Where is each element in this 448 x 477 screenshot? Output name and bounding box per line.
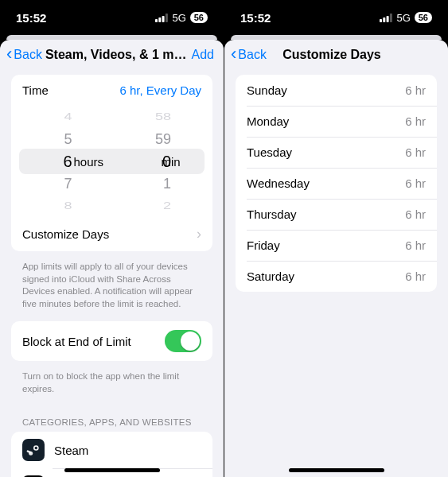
back-button[interactable]: ‹ Back — [231, 48, 267, 62]
block-group: Block at End of Limit — [11, 321, 212, 361]
page-title: Steam, Videos, & 1 more — [42, 48, 192, 62]
svg-rect-1 — [159, 17, 162, 22]
apps-section-header: Categories, Apps, and Websites — [11, 406, 212, 432]
battery-level: 56 — [415, 12, 432, 23]
page-title: Customize Days — [267, 48, 397, 62]
day-value: 6 hr — [405, 145, 426, 159]
toggle-knob — [181, 332, 200, 351]
day-value: 6 hr — [405, 238, 426, 252]
status-bar: 15:52 5G 56 — [0, 0, 224, 35]
hours-opt[interactable]: 7 — [11, 173, 112, 195]
signal-icon — [380, 14, 392, 22]
battery-level: 56 — [190, 12, 208, 23]
sheet: ‹ Back Steam, Videos, & 1 more Add Time … — [0, 40, 224, 477]
day-value: 6 hr — [405, 207, 426, 221]
sheet: ‹ Back Customize Days Sunday 6 hr Monday… — [224, 40, 448, 477]
status-bar: 15:52 5G 56 — [224, 0, 448, 35]
day-value: 6 hr — [405, 270, 426, 283]
svg-rect-3 — [166, 14, 168, 22]
chevron-right-icon: › — [197, 226, 201, 242]
back-button[interactable]: ‹ Back — [6, 48, 42, 62]
day-name: Friday — [247, 238, 280, 252]
customize-days-row[interactable]: Customize Days › — [11, 217, 212, 251]
phone-right: 15:52 5G 56 ‹ Back Customize Days Sunday… — [224, 0, 448, 477]
svg-rect-14 — [384, 17, 386, 22]
chevron-left-icon: ‹ — [231, 48, 236, 60]
svg-point-4 — [26, 443, 41, 457]
back-label: Back — [238, 48, 267, 62]
steam-icon — [22, 439, 45, 461]
limits-footer: App limits will apply to all of your dev… — [11, 258, 212, 321]
status-time: 15:52 — [16, 11, 46, 25]
day-name: Wednesday — [247, 176, 310, 190]
block-footer: Turn on to block the app when the limit … — [11, 367, 212, 406]
home-indicator[interactable] — [289, 468, 384, 472]
svg-point-6 — [35, 447, 37, 449]
days-group: Sunday 6 hr Monday 6 hr Tuesday 6 hr Wed… — [236, 75, 437, 292]
svg-rect-16 — [390, 14, 392, 22]
customize-days-label: Customize Days — [22, 227, 109, 241]
chevron-left-icon: ‹ — [6, 48, 12, 60]
time-label: Time — [22, 83, 49, 97]
status-right: 5G 56 — [380, 12, 432, 24]
min-opt[interactable]: 2 — [112, 198, 213, 214]
signal-icon — [155, 14, 168, 22]
day-value: 6 hr — [405, 83, 426, 97]
content: Sunday 6 hr Monday 6 hr Tuesday 6 hr Wed… — [224, 68, 448, 477]
back-label: Back — [14, 48, 42, 62]
day-name: Monday — [247, 114, 289, 128]
time-picker[interactable]: hours min 3 4 5 6 7 8 9 — [11, 106, 212, 217]
app-label: Steam — [54, 444, 88, 457]
hours-unit: hours — [74, 155, 104, 169]
network-label: 5G — [172, 12, 185, 24]
day-row-friday[interactable]: Friday 6 hr — [236, 230, 437, 261]
day-value: 6 hr — [405, 114, 426, 128]
day-row-monday[interactable]: Monday 6 hr — [236, 106, 437, 137]
block-row: Block at End of Limit — [11, 321, 212, 361]
day-name: Thursday — [247, 207, 297, 221]
hours-opt[interactable]: 4 — [11, 109, 112, 125]
time-row[interactable]: Time 6 hr, Every Day — [11, 75, 212, 106]
day-row-tuesday[interactable]: Tuesday 6 hr — [236, 137, 437, 168]
hours-opt[interactable]: 5 — [11, 128, 112, 150]
status-right: 5G 56 — [155, 12, 208, 24]
nav-bar: ‹ Back Steam, Videos, & 1 more Add — [0, 40, 224, 68]
min-opt[interactable]: 1 — [112, 173, 213, 195]
time-group: Time 6 hr, Every Day hours min 3 4 5 6 7 — [11, 75, 212, 251]
status-time: 15:52 — [240, 11, 271, 25]
home-indicator[interactable] — [64, 468, 160, 472]
app-row-steam[interactable]: Steam — [11, 432, 212, 468]
day-name: Saturday — [247, 270, 294, 283]
day-value: 6 hr — [405, 176, 426, 190]
svg-rect-13 — [380, 19, 382, 22]
min-unit: min — [162, 155, 181, 169]
svg-rect-2 — [162, 16, 165, 22]
block-toggle[interactable] — [165, 330, 201, 352]
svg-rect-0 — [155, 19, 158, 22]
day-row-wednesday[interactable]: Wednesday 6 hr — [236, 168, 437, 199]
time-value: 6 hr, Every Day — [119, 83, 201, 97]
block-label: Block at End of Limit — [22, 335, 131, 348]
day-name: Sunday — [247, 83, 287, 97]
add-button[interactable]: Add — [192, 48, 214, 62]
day-name: Tuesday — [247, 145, 292, 159]
network-label: 5G — [396, 12, 410, 24]
phone-left: 15:52 5G 56 ‹ Back Steam, Videos, & 1 mo… — [0, 0, 224, 477]
nav-bar: ‹ Back Customize Days — [224, 40, 448, 68]
svg-rect-15 — [387, 16, 389, 22]
day-row-thursday[interactable]: Thursday 6 hr — [236, 199, 437, 230]
day-row-saturday[interactable]: Saturday 6 hr — [236, 261, 437, 292]
min-opt[interactable]: 58 — [112, 109, 213, 125]
day-row-sunday[interactable]: Sunday 6 hr — [236, 75, 437, 106]
hours-opt[interactable]: 8 — [11, 198, 112, 214]
content: Time 6 hr, Every Day hours min 3 4 5 6 7 — [0, 68, 224, 477]
min-opt[interactable]: 59 — [112, 128, 213, 150]
